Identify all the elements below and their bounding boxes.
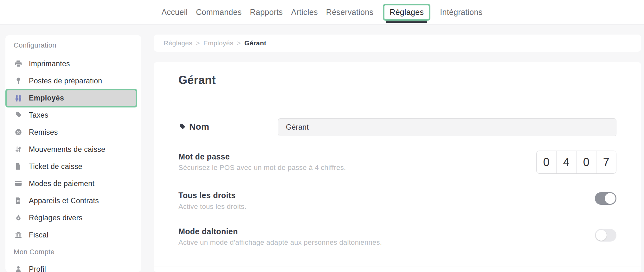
sidebar-item-postes-de-preparation[interactable]: Postes de préparation	[5, 72, 141, 89]
password-pin-input[interactable]: 0 4 0 7	[536, 151, 616, 174]
name-field-label-group: Nom	[178, 122, 209, 132]
tab-commandes[interactable]: Commandes	[196, 8, 242, 17]
sidebar-item-fiscal[interactable]: Fiscal	[5, 226, 141, 243]
tab-rapports[interactable]: Rapports	[250, 8, 283, 17]
sidebar-item-label: Appareils et Contrats	[29, 197, 99, 205]
pin-digit-1[interactable]: 0	[537, 151, 557, 173]
credit-card-icon	[14, 179, 23, 188]
sidebar-item-label: Profil	[29, 265, 46, 272]
sidebar-item-ticket-de-caisse[interactable]: Ticket de caisse	[5, 158, 141, 175]
breadcrumb-separator: >	[196, 39, 200, 47]
password-label: Mot de passe	[178, 152, 230, 161]
daltonien-label: Mode daltonien	[178, 227, 238, 236]
sidebar-item-label: Mouvements de caisse	[29, 145, 105, 154]
sidebar-item-mouvements-de-caisse[interactable]: Mouvements de caisse	[5, 141, 141, 158]
sidebar-section-configuration: Configuration	[5, 35, 141, 55]
password-description: Sécurisez le POS avec un mot de passe à …	[178, 164, 346, 172]
all-rights-description: Active tous les droits.	[178, 203, 247, 211]
contract-icon	[14, 197, 23, 205]
page-title: Gérant	[178, 74, 216, 87]
sidebar-item-reglages-divers[interactable]: Réglages divers	[5, 209, 141, 226]
settings-sidebar: Configuration Imprimantes Postes de prép…	[5, 35, 141, 272]
breadcrumb-separator: >	[237, 39, 241, 47]
tab-integrations[interactable]: Intégrations	[440, 8, 482, 17]
sidebar-item-taxes[interactable]: Taxes	[5, 107, 141, 124]
tab-reservations[interactable]: Réservations	[326, 8, 374, 17]
tag-icon	[14, 111, 23, 119]
bank-icon	[14, 231, 23, 239]
people-icon	[14, 94, 23, 102]
sidebar-item-label: Réglages divers	[29, 214, 82, 222]
tab-articles[interactable]: Articles	[291, 8, 318, 17]
sidebar-item-label: Ticket de caisse	[29, 162, 82, 171]
receipt-icon	[14, 162, 23, 171]
all-rights-label: Tous les droits	[178, 191, 235, 200]
tag-icon	[178, 123, 186, 131]
pin-digit-4[interactable]: 7	[596, 151, 616, 173]
breadcrumb-reglages[interactable]: Réglages	[164, 39, 192, 47]
sidebar-item-modes-de-paiement[interactable]: Modes de paiement	[5, 175, 141, 192]
pin-digit-2[interactable]: 4	[557, 151, 576, 173]
breadcrumb-current-gerant: Gérant	[244, 39, 267, 47]
breadcrumb: Réglages > Employés > Gérant	[154, 35, 641, 52]
sidebar-item-label: Fiscal	[29, 231, 48, 239]
percent-icon	[14, 128, 23, 136]
breadcrumb-employes[interactable]: Employés	[203, 39, 234, 47]
sidebar-item-label: Modes de paiement	[29, 179, 94, 188]
sidebar-item-profil[interactable]: Profil	[5, 261, 141, 272]
sidebar-item-label: Imprimantes	[29, 60, 70, 68]
sidebar-item-label: Remises	[29, 128, 58, 137]
sidebar-item-employes[interactable]: Employés	[5, 89, 137, 107]
toggle-knob	[596, 230, 607, 241]
app-screen: Accueil Commandes Rapports Articles Rése…	[0, 0, 644, 272]
sidebar-item-appareils-et-contrats[interactable]: Appareils et Contrats	[5, 192, 141, 209]
divider	[154, 98, 641, 98]
dial-icon	[14, 214, 23, 222]
tab-accueil[interactable]: Accueil	[161, 8, 188, 17]
name-field-label: Nom	[189, 122, 209, 132]
divider	[154, 267, 641, 267]
sidebar-item-label: Employés	[29, 94, 64, 102]
user-icon	[14, 265, 23, 272]
tab-reglages[interactable]: Réglages	[390, 8, 424, 16]
employee-detail-card: Gérant Nom Mot de passe Sécurisez le POS…	[154, 62, 641, 272]
sidebar-section-mon-compte: Mon Compte	[5, 243, 141, 261]
toggle-knob	[605, 193, 615, 204]
sidebar-item-label: Taxes	[29, 111, 48, 120]
sidebar-item-remises[interactable]: Remises	[5, 124, 141, 141]
top-navigation: Accueil Commandes Rapports Articles Rése…	[0, 0, 644, 25]
printer-icon	[14, 60, 23, 68]
sidebar-item-label: Postes de préparation	[29, 77, 102, 85]
annotation-box-reglages: Réglages	[383, 4, 430, 21]
all-rights-toggle[interactable]	[595, 192, 616, 205]
pin-digit-3[interactable]: 0	[576, 151, 596, 173]
map-pin-icon	[14, 77, 23, 85]
daltonien-description: Active un mode d'affichage adapté aux pe…	[178, 238, 382, 247]
name-input[interactable]	[278, 118, 616, 136]
daltonien-toggle[interactable]	[595, 229, 616, 242]
sidebar-item-imprimantes[interactable]: Imprimantes	[5, 55, 141, 72]
arrows-up-down-icon	[14, 145, 23, 153]
